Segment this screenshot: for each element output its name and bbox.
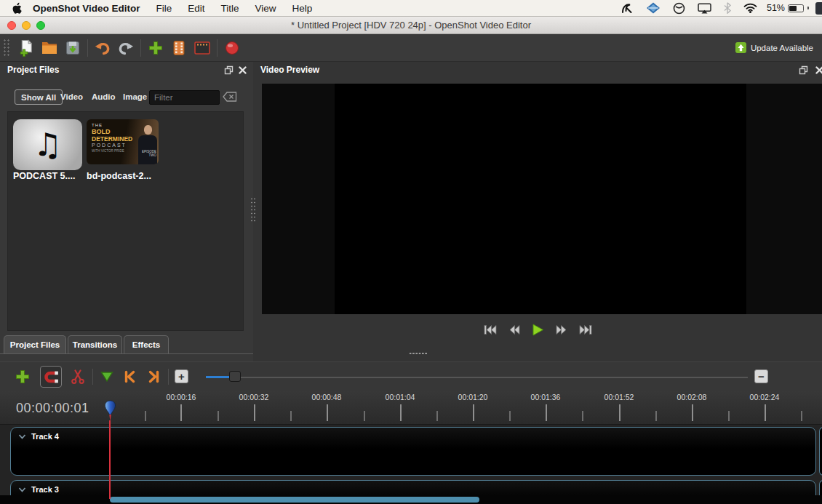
float-panel-button[interactable] (798, 65, 809, 75)
menu-item-help[interactable]: Help (284, 3, 321, 14)
ruler-tick (473, 404, 474, 421)
previous-marker-button[interactable] (119, 366, 140, 388)
new-project-button[interactable] (15, 36, 38, 60)
choose-profile-button[interactable] (167, 36, 191, 60)
openshot-window: OpenShot Video Editor File Edit Title Vi… (0, 0, 822, 504)
menu-extra-icon[interactable] (815, 2, 822, 15)
timeline-tracks-area: Track 4 Track 3 (0, 425, 822, 504)
close-panel-button[interactable] (814, 65, 822, 75)
import-files-button[interactable] (144, 36, 167, 60)
video-preview-area (262, 84, 822, 314)
filter-audio-button[interactable]: Audio (92, 89, 116, 105)
timeline-ruler[interactable]: 00:00:00:01 00:00:16 00:00:32 00:00:48 0… (0, 391, 822, 425)
video-thumbnail: THE BOLD DETERMINED PODCAST WITH VICTOR … (87, 119, 159, 164)
tab-effects[interactable]: Effects (124, 335, 169, 353)
files-area: ♫ PODCAST 5.... THE BOLD DETERMINED PODC… (7, 111, 244, 331)
playback-controls (253, 324, 822, 336)
fullscreen-button[interactable] (191, 36, 214, 60)
float-icon (799, 65, 808, 75)
menu-item-title[interactable]: Title (213, 3, 247, 14)
app-menu[interactable]: OpenShot Video Editor (25, 3, 148, 14)
minus-icon: − (758, 371, 765, 382)
ruler-label: 00:00:32 (228, 393, 279, 401)
toolbar-separator (87, 39, 88, 57)
play-button[interactable] (532, 324, 544, 336)
timeline-scrollbar-thumb[interactable] (110, 497, 479, 503)
menu-item-view[interactable]: View (247, 3, 284, 14)
jump-to-end-button[interactable] (579, 325, 592, 335)
file-name: PODCAST 5.... (13, 171, 75, 181)
macos-menubar: OpenShot Video Editor File Edit Title Vi… (0, 0, 822, 17)
close-panel-button[interactable] (237, 65, 248, 75)
jump-to-start-button[interactable] (484, 325, 497, 335)
file-item-video[interactable]: THE BOLD DETERMINED PODCAST WITH VICTOR … (87, 119, 159, 164)
panel-title: Project Files (7, 65, 59, 75)
ruler-tick (400, 404, 402, 421)
filter-show-all-button[interactable]: Show All (15, 89, 63, 105)
film-strip-icon (172, 40, 186, 56)
wifi-icon[interactable] (741, 3, 760, 13)
track-row-4[interactable]: Track 4 (10, 427, 816, 476)
zoom-slider-track[interactable] (206, 377, 748, 378)
tab-project-files[interactable]: Project Files (4, 335, 66, 353)
clear-filter-button[interactable] (223, 92, 237, 103)
float-panel-button[interactable] (223, 65, 234, 75)
next-marker-button[interactable] (143, 366, 165, 388)
apple-menu[interactable] (9, 2, 25, 15)
update-available-button[interactable]: Update Available (731, 40, 818, 55)
zoom-slider-handle[interactable] (229, 371, 241, 382)
track-name: Track 4 (31, 432, 59, 441)
vertical-splitter-handle[interactable] (250, 197, 256, 222)
razor-tool-button[interactable] (67, 366, 89, 388)
battery-indicator[interactable]: 51% (767, 3, 809, 13)
ruler-tick (327, 404, 328, 421)
zoom-in-button[interactable]: + (175, 369, 188, 383)
track-name: Track 3 (31, 485, 59, 494)
undo-button[interactable] (91, 36, 114, 60)
ruler-tick (254, 404, 255, 421)
rewind-button[interactable] (508, 325, 520, 335)
redo-button[interactable] (114, 36, 137, 60)
airplay-icon[interactable] (695, 3, 714, 14)
open-project-button[interactable] (38, 36, 61, 60)
tab-transitions[interactable]: Transitions (68, 335, 122, 353)
circle-slash-icon[interactable] (670, 2, 688, 15)
intego-icon[interactable] (643, 2, 663, 14)
add-marker-button[interactable] (96, 366, 118, 388)
music-note-icon: ♫ (33, 129, 62, 161)
export-video-button[interactable] (220, 36, 244, 60)
close-icon (239, 66, 247, 74)
filter-video-button[interactable]: Video (60, 89, 83, 105)
filter-input[interactable] (149, 90, 220, 105)
save-project-button[interactable] (61, 36, 84, 60)
file-item-audio[interactable]: ♫ PODCAST 5.... (13, 119, 82, 170)
playhead-handle[interactable] (104, 400, 116, 425)
jump-to-start-icon (484, 325, 497, 335)
menu-item-file[interactable]: File (148, 3, 180, 14)
filter-image-button[interactable]: Image (123, 89, 147, 105)
export-video-icon (224, 40, 240, 56)
toolbar-drag-handle[interactable] (3, 39, 10, 57)
horizontal-splitter-handle[interactable] (409, 352, 428, 355)
update-label: Update Available (751, 44, 813, 52)
previous-marker-icon (121, 369, 137, 385)
fast-forward-button[interactable] (556, 325, 567, 335)
chevron-down-icon[interactable] (18, 433, 26, 440)
timeline-scrollbar[interactable] (0, 495, 822, 504)
track-header: Track 4 (11, 428, 815, 441)
ruler-tick (180, 404, 182, 421)
snapping-toggle-button[interactable] (40, 366, 62, 388)
add-track-button[interactable] (12, 366, 33, 388)
bluetooth-icon[interactable] (721, 2, 734, 14)
toolbar-separator (217, 39, 218, 57)
avira-icon[interactable] (618, 2, 637, 14)
playhead-line[interactable] (109, 420, 111, 499)
thumbnail-person (138, 125, 157, 164)
ruler-label: 00:02:08 (666, 393, 717, 401)
panel-tabs: Project Files Transitions Effects (0, 335, 253, 354)
window-titlebar: * Untitled Project [HDV 720 24p] - OpenS… (0, 17, 822, 34)
menu-item-edit[interactable]: Edit (180, 3, 212, 14)
zoom-out-button[interactable]: − (754, 369, 768, 383)
video-preview-header: Video Preview (253, 62, 822, 78)
chevron-down-icon[interactable] (18, 487, 26, 493)
